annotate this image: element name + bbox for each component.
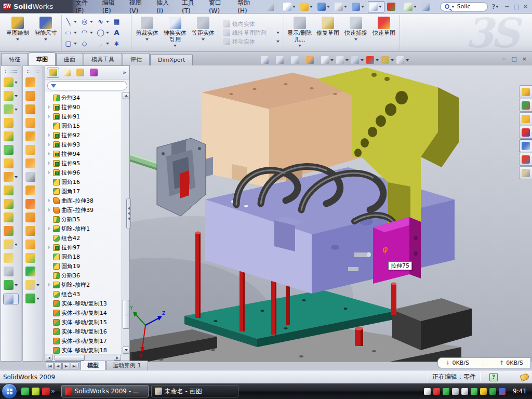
chevron-down-icon[interactable] bbox=[14, 283, 18, 287]
task-button[interactable]: SolidWorks 2009 - ... bbox=[61, 385, 149, 397]
tree-item[interactable]: 实体-移动/复制14 bbox=[45, 308, 129, 317]
tray-icon[interactable] bbox=[443, 388, 449, 395]
chevron-down-icon[interactable] bbox=[89, 20, 94, 24]
tree-item[interactable]: 切除-放样2 bbox=[45, 280, 129, 289]
chevron-down-icon[interactable] bbox=[298, 44, 302, 48]
feature-tool-button[interactable] bbox=[4, 212, 18, 222]
tree-item[interactable]: 圆角15 bbox=[45, 121, 129, 130]
ribbon-button[interactable]: 显示/删除几... bbox=[286, 15, 314, 50]
view-tool-button[interactable] bbox=[381, 56, 394, 64]
expand-arrow-icon[interactable] bbox=[47, 227, 51, 231]
tray-icon[interactable] bbox=[433, 388, 440, 395]
sketch-entity-button[interactable]: ▦ bbox=[113, 17, 128, 27]
manager-tab[interactable] bbox=[60, 68, 73, 78]
panel-splitter[interactable] bbox=[126, 198, 131, 229]
chevron-down-icon[interactable] bbox=[275, 39, 280, 44]
tree-item[interactable]: 分割34 bbox=[45, 93, 129, 102]
tray-icon[interactable] bbox=[471, 388, 477, 395]
feature-tool-button[interactable] bbox=[4, 131, 18, 141]
tab-nav-button[interactable]: |◀ bbox=[46, 363, 54, 369]
document-tab[interactable]: 运动算例 1 bbox=[106, 361, 148, 370]
task-pane-tab[interactable] bbox=[519, 153, 532, 166]
tree-horizontal-scrollbar[interactable] bbox=[45, 354, 129, 361]
tree-item[interactable]: 拉伸94 bbox=[45, 149, 129, 158]
3d-model-view[interactable]: φ X Y Z bbox=[130, 65, 532, 362]
surface-tool-button[interactable] bbox=[25, 104, 40, 114]
tree-filter-input[interactable] bbox=[58, 83, 124, 89]
tree-item[interactable]: 拉伸92 bbox=[45, 130, 129, 140]
sketch-entity-button[interactable]: ◇ bbox=[81, 38, 96, 49]
tree-item[interactable]: 切除-放样1 bbox=[45, 224, 129, 233]
surface-tool-button[interactable] bbox=[25, 212, 40, 222]
chevron-down-icon[interactable] bbox=[309, 5, 314, 9]
chevron-down-icon[interactable] bbox=[344, 58, 349, 62]
task-button[interactable]: 未命名 - 画图 bbox=[151, 385, 238, 397]
command-tab[interactable]: 特征 bbox=[1, 53, 28, 65]
view-tool-button[interactable] bbox=[291, 56, 304, 64]
feature-tool-button[interactable] bbox=[4, 253, 18, 263]
tree-item[interactable]: 拉伸96 bbox=[45, 168, 129, 177]
chevron-down-icon[interactable] bbox=[275, 31, 280, 35]
feature-tool-button[interactable] bbox=[4, 280, 18, 290]
tree-item[interactable]: 实体-移动/复制13 bbox=[45, 299, 129, 308]
tree-item[interactable]: 曲面-拉伸39 bbox=[45, 205, 129, 215]
scrollbar-thumb[interactable] bbox=[123, 300, 129, 329]
sketch-entity-button[interactable]: ◯ bbox=[97, 28, 112, 38]
feature-tool-button[interactable] bbox=[4, 226, 18, 236]
toolbar-button[interactable] bbox=[265, 2, 281, 12]
document-tab[interactable]: 模型 bbox=[81, 361, 105, 370]
ribbon-button[interactable]: 等距实体 bbox=[189, 15, 217, 50]
feature-tool-button[interactable] bbox=[4, 172, 18, 182]
quick-launch-icon[interactable] bbox=[21, 388, 29, 395]
tree-item[interactable]: 分割35 bbox=[45, 215, 129, 224]
chevron-down-icon[interactable] bbox=[360, 58, 364, 62]
chevron-down-icon[interactable] bbox=[451, 5, 456, 9]
ribbon-button[interactable]: 修复草图 bbox=[314, 15, 342, 50]
graphics-viewport[interactable]: φ X Y Z 拉伸75 bbox=[130, 65, 532, 362]
command-tab[interactable]: 评估 bbox=[123, 53, 150, 65]
expand-arrow-icon[interactable] bbox=[47, 133, 51, 138]
quick-launch-icon[interactable] bbox=[42, 388, 50, 395]
tag-icon[interactable] bbox=[520, 373, 529, 381]
tree-item[interactable]: 拉伸93 bbox=[45, 140, 129, 149]
chevron-down-icon[interactable] bbox=[326, 5, 331, 9]
tree-item[interactable]: 圆角17 bbox=[45, 187, 129, 196]
tree-item[interactable]: 曲面-拉伸38 bbox=[45, 196, 129, 205]
quick-launch-icon[interactable] bbox=[32, 388, 39, 395]
surface-tool-button[interactable] bbox=[25, 158, 40, 168]
tree-filter-box[interactable] bbox=[47, 81, 127, 90]
chevron-down-icon[interactable] bbox=[201, 37, 206, 42]
feature-tool-button[interactable] bbox=[4, 77, 18, 87]
chevron-down-icon[interactable] bbox=[405, 58, 409, 62]
part-slider-block[interactable]: φ bbox=[373, 217, 421, 284]
manager-tab[interactable] bbox=[74, 68, 86, 78]
chevron-down-icon[interactable] bbox=[16, 37, 20, 42]
document-window-button[interactable]: □ bbox=[511, 56, 516, 62]
chevron-down-icon[interactable] bbox=[14, 108, 18, 112]
feature-tool-button[interactable] bbox=[4, 145, 18, 155]
task-pane-tab[interactable] bbox=[519, 112, 532, 125]
chevron-down-icon[interactable] bbox=[105, 20, 110, 24]
taskbar-clock[interactable]: 9:41 bbox=[513, 388, 527, 395]
ribbon-stack-button[interactable]: 移动实体 bbox=[223, 38, 280, 46]
task-pane-tab[interactable] bbox=[519, 85, 532, 98]
tree-item[interactable]: 拉伸91 bbox=[45, 112, 129, 121]
ribbon-button[interactable]: 剪裁实体 bbox=[133, 15, 161, 50]
surface-tool-button[interactable] bbox=[25, 267, 40, 276]
manager-tab[interactable] bbox=[87, 68, 100, 78]
toolbar-button[interactable] bbox=[368, 1, 384, 12]
tree-item[interactable]: 实体-移动/复制16 bbox=[45, 327, 129, 336]
tree-item[interactable]: 分割36 bbox=[45, 271, 129, 280]
surface-tool-button[interactable] bbox=[25, 131, 40, 141]
chevron-down-icon[interactable] bbox=[329, 58, 334, 62]
expand-arrow-icon[interactable] bbox=[47, 208, 51, 212]
sketch-entity-button[interactable]: A bbox=[113, 28, 128, 38]
quick-tips-button[interactable]: ? bbox=[489, 373, 498, 381]
sketch-entity-button[interactable]: ◠ bbox=[81, 28, 96, 38]
expand-arrow-icon[interactable] bbox=[47, 114, 51, 119]
view-tool-button[interactable] bbox=[261, 56, 274, 64]
toolbar-button[interactable] bbox=[334, 2, 349, 12]
tree-item[interactable]: 拉伸90 bbox=[45, 102, 129, 112]
surface-tool-button[interactable] bbox=[25, 172, 40, 182]
tree-item[interactable]: 组合43 bbox=[45, 289, 129, 299]
